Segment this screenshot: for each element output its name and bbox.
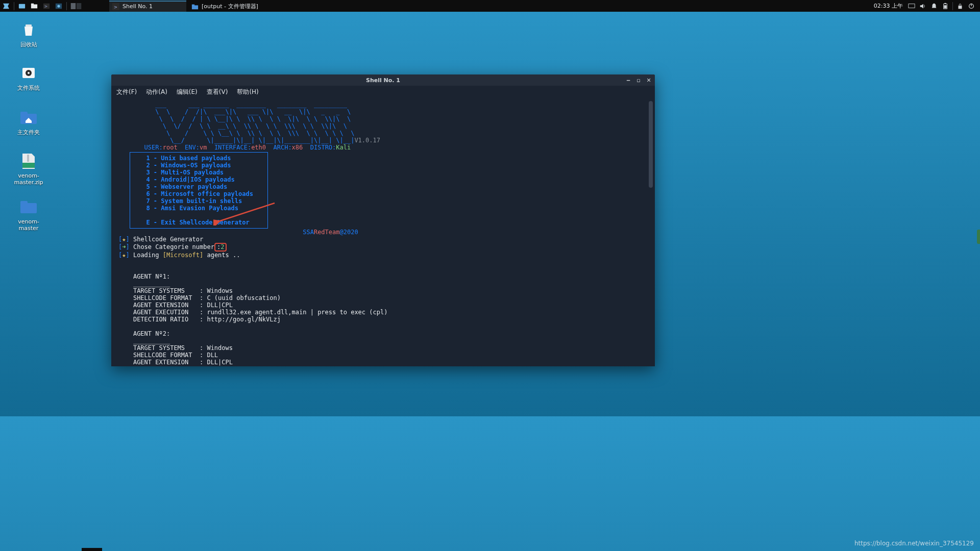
svg-rect-20	[26, 24, 32, 27]
window-controls: ‒ ▫ ✕	[625, 77, 652, 83]
desktop-icon-filesystem[interactable]: 文件系统	[8, 64, 49, 92]
kali-launcher[interactable]	[53, 0, 65, 12]
folder-icon	[191, 3, 199, 10]
desktop-icon-label: venom-master	[8, 218, 49, 232]
task-filemanager[interactable]: [output - 文件管理器]	[188, 1, 278, 12]
show-desktop-button[interactable]	[16, 0, 28, 12]
svg-rect-1	[31, 4, 37, 8]
svg-rect-26	[22, 163, 35, 168]
desktop-icon-label: venom-master.zip	[8, 172, 49, 186]
taskbar-separator	[66, 2, 67, 10]
svg-rect-7	[71, 3, 76, 9]
svg-rect-0	[19, 4, 25, 8]
svg-rect-28	[20, 203, 37, 213]
menu-help[interactable]: 帮助(H)	[237, 88, 258, 96]
disk-icon	[19, 64, 38, 82]
desktop-icon-label: 主文件夹	[8, 129, 49, 136]
task-label: Shell No. 1	[122, 3, 153, 10]
taskbar-separator	[14, 2, 14, 10]
desktop-icon-label: 文件系统	[8, 84, 49, 92]
svg-text:>: >	[44, 4, 48, 8]
window-title: Shell No. 1	[111, 77, 655, 84]
svg-rect-11	[192, 5, 198, 9]
task-label: [output - 文件管理器]	[202, 3, 258, 10]
menu-file[interactable]: 文件(F)	[116, 88, 137, 96]
desktop-icon-folder[interactable]: venom-master	[8, 198, 49, 232]
menu-view[interactable]: 查看(V)	[207, 88, 228, 96]
window-menubar: 文件(F) 动作(A) 编辑(E) 查看(V) 帮助(H)	[111, 86, 655, 98]
taskbar: > > Shell No. 1 [output - 文件管理器] 02:33 上…	[0, 0, 743, 12]
taskbar-left: > > Shell No. 1 [output - 文件管理器]	[0, 0, 279, 12]
close-button[interactable]: ✕	[646, 77, 652, 83]
terminal-icon: >	[112, 3, 119, 10]
maximize-button[interactable]: ▫	[635, 77, 642, 83]
folder-icon	[19, 198, 38, 216]
svg-rect-29	[20, 201, 28, 204]
svg-point-23	[28, 72, 30, 74]
archive-icon	[19, 152, 38, 170]
svg-rect-12	[192, 4, 194, 6]
workspace-switcher[interactable]	[68, 0, 84, 12]
terminal-launcher[interactable]: >	[40, 0, 53, 12]
svg-rect-8	[77, 3, 81, 9]
menu-edit[interactable]: 编辑(E)	[177, 88, 198, 96]
svg-rect-2	[31, 3, 34, 5]
app-menu-button[interactable]	[0, 0, 12, 12]
minimize-button[interactable]: ‒	[625, 77, 631, 83]
trash-icon	[19, 20, 38, 39]
svg-point-6	[57, 5, 60, 7]
terminal-content: ___ ___ _______ ________ ________ ______…	[111, 98, 655, 366]
terminal-scrollbar[interactable]	[649, 101, 653, 188]
desktop-icon-trash[interactable]: 回收站	[8, 20, 49, 48]
task-shell[interactable]: > Shell No. 1	[109, 1, 186, 12]
home-folder-icon	[19, 108, 38, 127]
terminal-window: Shell No. 1 ‒ ▫ ✕ 文件(F) 动作(A) 编辑(E) 查看(V…	[111, 74, 655, 366]
terminal-body[interactable]: ___ ___ _______ ________ ________ ______…	[111, 98, 655, 366]
svg-rect-27	[27, 155, 29, 162]
window-titlebar[interactable]: Shell No. 1 ‒ ▫ ✕	[111, 74, 655, 86]
svg-rect-25	[20, 112, 28, 115]
svg-text:>: >	[114, 4, 117, 9]
menu-action[interactable]: 动作(A)	[146, 88, 167, 96]
file-manager-launcher[interactable]	[28, 0, 40, 12]
desktop-icon-zip[interactable]: venom-master.zip	[8, 152, 49, 186]
desktop-icon-home[interactable]: 主文件夹	[8, 108, 49, 136]
desktop-icon-label: 回收站	[8, 41, 49, 48]
